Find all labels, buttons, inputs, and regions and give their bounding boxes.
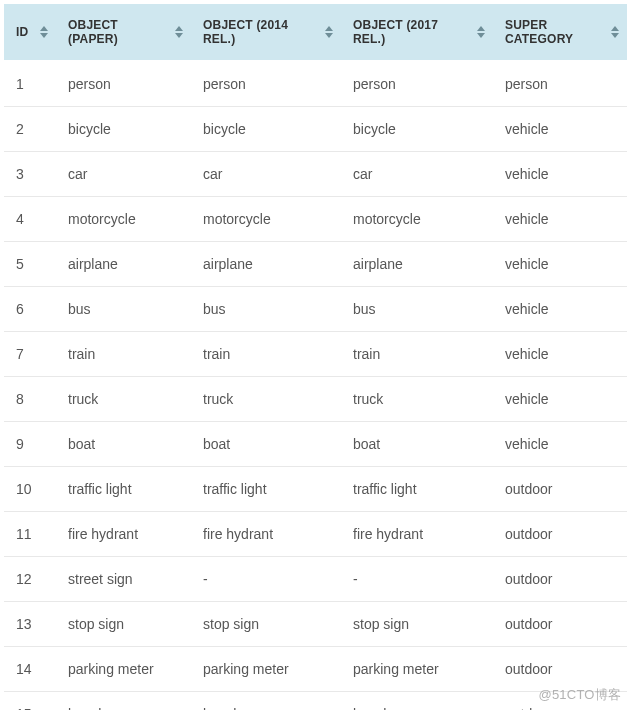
col-header-label: SUPER CATEGORY xyxy=(505,18,605,46)
cell-object-2014: bus xyxy=(191,287,341,332)
cell-object-2014: boat xyxy=(191,422,341,467)
cell-id: 5 xyxy=(4,242,56,287)
table-header-row: ID OBJECT (PAPER) OBJECT (2014 REL.) OBJ… xyxy=(4,4,627,60)
cell-object-paper: bench xyxy=(56,692,191,711)
cell-object-2017: person xyxy=(341,60,493,107)
cell-object-2014: airplane xyxy=(191,242,341,287)
table-row: 5airplaneairplaneairplanevehicle xyxy=(4,242,627,287)
table-row: 14parking meterparking meterparking mete… xyxy=(4,647,627,692)
table-row: 11fire hydrantfire hydrantfire hydrantou… xyxy=(4,512,627,557)
table-row: 10traffic lighttraffic lighttraffic ligh… xyxy=(4,467,627,512)
cell-object-2014: bicycle xyxy=(191,107,341,152)
cell-object-paper: airplane xyxy=(56,242,191,287)
cell-id: 2 xyxy=(4,107,56,152)
category-table: ID OBJECT (PAPER) OBJECT (2014 REL.) OBJ… xyxy=(4,4,627,710)
cell-object-2014: motorcycle xyxy=(191,197,341,242)
cell-object-2017: stop sign xyxy=(341,602,493,647)
sort-icon[interactable] xyxy=(40,26,48,38)
col-header-label: ID xyxy=(16,25,28,39)
col-header-super-category[interactable]: SUPER CATEGORY xyxy=(493,4,627,60)
category-table-container: ID OBJECT (PAPER) OBJECT (2014 REL.) OBJ… xyxy=(4,4,627,710)
cell-object-2014: car xyxy=(191,152,341,197)
table-row: 4motorcyclemotorcyclemotorcyclevehicle xyxy=(4,197,627,242)
cell-object-2014: stop sign xyxy=(191,602,341,647)
sort-icon[interactable] xyxy=(175,26,183,38)
cell-id: 4 xyxy=(4,197,56,242)
cell-object-paper: bus xyxy=(56,287,191,332)
cell-object-2017: train xyxy=(341,332,493,377)
table-row: 15benchbenchbenchoutdoor xyxy=(4,692,627,711)
col-header-object-paper[interactable]: OBJECT (PAPER) xyxy=(56,4,191,60)
table-row: 8trucktrucktruckvehicle xyxy=(4,377,627,422)
table-row: 12street sign--outdoor xyxy=(4,557,627,602)
col-header-id[interactable]: ID xyxy=(4,4,56,60)
cell-super-category: vehicle xyxy=(493,197,627,242)
cell-object-paper: truck xyxy=(56,377,191,422)
cell-object-paper: stop sign xyxy=(56,602,191,647)
cell-object-paper: train xyxy=(56,332,191,377)
cell-super-category: vehicle xyxy=(493,107,627,152)
cell-id: 10 xyxy=(4,467,56,512)
cell-object-paper: boat xyxy=(56,422,191,467)
cell-object-2014: bench xyxy=(191,692,341,711)
table-row: 9boatboatboatvehicle xyxy=(4,422,627,467)
cell-super-category: vehicle xyxy=(493,242,627,287)
cell-id: 9 xyxy=(4,422,56,467)
cell-object-paper: street sign xyxy=(56,557,191,602)
cell-object-paper: parking meter xyxy=(56,647,191,692)
cell-object-2017: bench xyxy=(341,692,493,711)
table-row: 3carcarcarvehicle xyxy=(4,152,627,197)
cell-id: 13 xyxy=(4,602,56,647)
cell-id: 12 xyxy=(4,557,56,602)
cell-object-paper: fire hydrant xyxy=(56,512,191,557)
cell-super-category: outdoor xyxy=(493,692,627,711)
table-row: 7traintraintrainvehicle xyxy=(4,332,627,377)
cell-super-category: outdoor xyxy=(493,512,627,557)
cell-object-2017: - xyxy=(341,557,493,602)
cell-object-paper: person xyxy=(56,60,191,107)
table-row: 1personpersonpersonperson xyxy=(4,60,627,107)
cell-object-2017: parking meter xyxy=(341,647,493,692)
cell-object-2017: bus xyxy=(341,287,493,332)
col-header-object-2017[interactable]: OBJECT (2017 REL.) xyxy=(341,4,493,60)
cell-object-2017: fire hydrant xyxy=(341,512,493,557)
col-header-label: OBJECT (2017 REL.) xyxy=(353,18,471,46)
cell-object-2017: traffic light xyxy=(341,467,493,512)
cell-object-2014: - xyxy=(191,557,341,602)
col-header-object-2014[interactable]: OBJECT (2014 REL.) xyxy=(191,4,341,60)
cell-object-2014: truck xyxy=(191,377,341,422)
table-body: 1personpersonpersonperson2bicyclebicycle… xyxy=(4,60,627,710)
cell-object-2014: train xyxy=(191,332,341,377)
cell-id: 7 xyxy=(4,332,56,377)
cell-super-category: vehicle xyxy=(493,287,627,332)
cell-super-category: vehicle xyxy=(493,422,627,467)
cell-object-paper: traffic light xyxy=(56,467,191,512)
table-row: 6busbusbusvehicle xyxy=(4,287,627,332)
cell-object-paper: bicycle xyxy=(56,107,191,152)
cell-object-2017: airplane xyxy=(341,242,493,287)
cell-super-category: vehicle xyxy=(493,152,627,197)
col-header-label: OBJECT (2014 REL.) xyxy=(203,18,319,46)
cell-object-2014: fire hydrant xyxy=(191,512,341,557)
cell-object-2014: parking meter xyxy=(191,647,341,692)
cell-object-2017: bicycle xyxy=(341,107,493,152)
cell-super-category: outdoor xyxy=(493,647,627,692)
cell-super-category: outdoor xyxy=(493,557,627,602)
cell-object-2017: boat xyxy=(341,422,493,467)
cell-object-2017: car xyxy=(341,152,493,197)
cell-id: 11 xyxy=(4,512,56,557)
cell-super-category: person xyxy=(493,60,627,107)
cell-object-2017: truck xyxy=(341,377,493,422)
cell-id: 15 xyxy=(4,692,56,711)
table-row: 2bicyclebicyclebicyclevehicle xyxy=(4,107,627,152)
cell-id: 1 xyxy=(4,60,56,107)
sort-icon[interactable] xyxy=(611,26,619,38)
table-row: 13stop signstop signstop signoutdoor xyxy=(4,602,627,647)
sort-icon[interactable] xyxy=(325,26,333,38)
sort-icon[interactable] xyxy=(477,26,485,38)
cell-id: 8 xyxy=(4,377,56,422)
cell-object-2014: traffic light xyxy=(191,467,341,512)
cell-id: 6 xyxy=(4,287,56,332)
cell-object-2017: motorcycle xyxy=(341,197,493,242)
cell-object-2014: person xyxy=(191,60,341,107)
